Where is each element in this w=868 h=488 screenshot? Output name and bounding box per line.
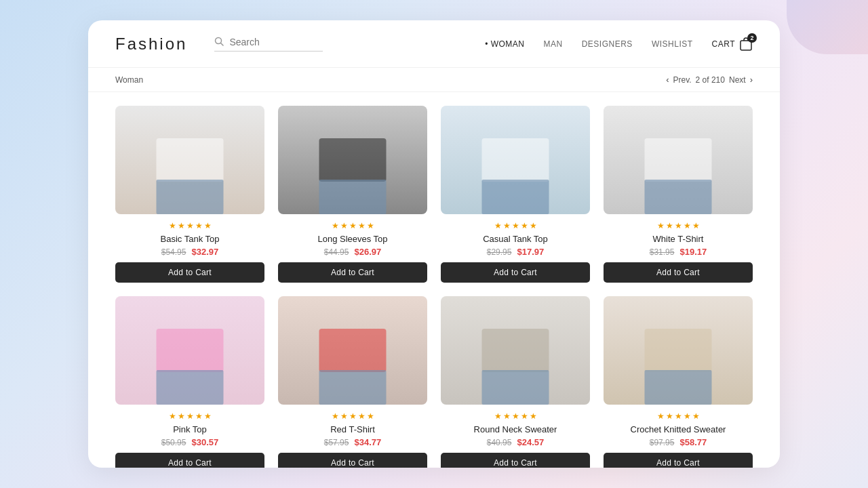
nav-item-wishlist[interactable]: WISHLIST [652, 39, 693, 49]
search-input[interactable] [229, 37, 323, 47]
pagination-info: 2 of 210 [696, 75, 725, 85]
price-original: $97.95 [650, 438, 675, 447]
price-row: $29.95 $17.97 [487, 247, 544, 257]
star-icon: ★ [367, 411, 374, 421]
product-image-placeholder [604, 106, 753, 214]
product-image [441, 106, 590, 214]
star-rating: ★★★★★ [169, 411, 212, 421]
product-image [441, 296, 590, 405]
add-to-cart-button[interactable]: Add to Cart [278, 262, 427, 283]
search-icon [214, 37, 224, 48]
star-icon: ★ [494, 411, 502, 421]
add-to-cart-button[interactable]: Add to Cart [441, 453, 590, 468]
price-row: $54.95 $32.97 [161, 247, 218, 257]
logo: Fashion [115, 35, 187, 54]
add-to-cart-button[interactable]: Add to Cart [604, 453, 753, 468]
price-original: $50.95 [161, 438, 186, 447]
star-icon: ★ [684, 411, 691, 421]
price-sale: $30.57 [191, 437, 218, 447]
star-rating: ★★★★★ [169, 221, 212, 230]
product-image [115, 106, 264, 214]
price-row: $97.95 $58.77 [650, 437, 707, 447]
product-image [278, 296, 427, 405]
star-icon: ★ [204, 411, 212, 421]
price-original: $44.95 [324, 247, 349, 257]
page-container: Fashion WOMAN MAN DESIGNERS WISHLIST CAR… [0, 0, 868, 488]
star-icon: ★ [178, 411, 185, 421]
price-sale: $19.17 [679, 247, 707, 257]
price-sale: $34.77 [354, 437, 381, 447]
figure-jeans [645, 370, 712, 405]
nav-item-woman[interactable]: WOMAN [485, 39, 524, 49]
product-image-placeholder [278, 106, 427, 214]
star-icon: ★ [503, 411, 511, 421]
star-icon: ★ [494, 221, 502, 230]
star-icon: ★ [521, 221, 528, 230]
star-icon: ★ [186, 411, 194, 421]
price-row: $44.95 $26.97 [324, 247, 381, 257]
add-to-cart-button[interactable]: Add to Cart [604, 262, 753, 283]
product-card: ★★★★★ Red T-Shirt $57.95 $34.77 Add to C… [278, 296, 427, 468]
star-icon: ★ [530, 221, 537, 230]
star-icon: ★ [340, 221, 348, 230]
next-page-button[interactable]: › [750, 75, 753, 85]
figure-top [482, 138, 549, 182]
prev-page-button[interactable]: ‹ [666, 75, 669, 85]
star-icon: ★ [349, 221, 357, 230]
star-rating: ★★★★★ [657, 221, 700, 230]
star-icon: ★ [367, 221, 374, 230]
nav-item-designers[interactable]: DESIGNERS [582, 39, 633, 49]
price-original: $54.95 [161, 247, 186, 257]
figure-jeans [482, 180, 549, 214]
figure-jeans [645, 180, 712, 214]
figure-top [645, 138, 712, 182]
figure-top [319, 138, 387, 182]
star-icon: ★ [169, 411, 176, 421]
product-image-placeholder [278, 296, 427, 405]
star-icon: ★ [178, 221, 185, 230]
cart-button[interactable]: CART 2 [712, 37, 753, 52]
cart-icon-container: 2 [739, 37, 753, 52]
add-to-cart-button[interactable]: Add to Cart [278, 453, 427, 468]
star-icon: ★ [195, 411, 203, 421]
star-icon: ★ [340, 411, 348, 421]
main-nav: WOMAN MAN DESIGNERS WISHLIST CART 2 [485, 37, 753, 52]
star-icon: ★ [521, 411, 528, 421]
product-name: Red T-Shirt [330, 424, 375, 434]
star-icon: ★ [358, 221, 366, 230]
product-image [278, 106, 427, 214]
star-icon: ★ [512, 411, 519, 421]
figure-jeans [319, 180, 387, 214]
star-rating: ★★★★★ [657, 411, 700, 421]
star-rating: ★★★★★ [494, 411, 537, 421]
price-original: $29.95 [487, 247, 512, 257]
product-name: Long Sleeves Top [317, 234, 387, 244]
add-to-cart-button[interactable]: Add to Cart [115, 453, 264, 468]
figure-top [157, 138, 224, 182]
add-to-cart-button[interactable]: Add to Cart [441, 262, 590, 283]
star-icon: ★ [332, 411, 339, 421]
product-card: ★★★★★ Casual Tank Top $29.95 $17.97 Add … [441, 106, 590, 283]
figure-top [482, 329, 549, 372]
product-name: Basic Tank Top [161, 234, 220, 244]
product-card: ★★★★★ White T-Shirt $31.95 $19.17 Add to… [604, 106, 753, 283]
price-row: $31.95 $19.17 [650, 247, 707, 257]
nav-item-man[interactable]: MAN [544, 39, 563, 49]
products-area: ★★★★★ Basic Tank Top $54.95 $32.97 Add t… [88, 92, 780, 468]
figure-jeans [482, 370, 549, 405]
star-icon: ★ [530, 411, 537, 421]
add-to-cart-button[interactable]: Add to Cart [115, 262, 264, 283]
figure-jeans [319, 370, 387, 405]
star-icon: ★ [657, 411, 665, 421]
product-image-placeholder [604, 296, 753, 405]
price-row: $40.95 $24.57 [487, 437, 544, 447]
star-icon: ★ [169, 221, 176, 230]
product-image-placeholder [441, 296, 590, 405]
products-grid: ★★★★★ Basic Tank Top $54.95 $32.97 Add t… [115, 106, 753, 468]
product-image-placeholder [115, 296, 264, 405]
breadcrumb: Woman [115, 75, 143, 85]
star-icon: ★ [692, 411, 700, 421]
pagination: ‹ Prev. 2 of 210 Next › [666, 75, 753, 85]
price-row: $57.95 $34.77 [324, 437, 381, 447]
product-image [604, 106, 753, 214]
